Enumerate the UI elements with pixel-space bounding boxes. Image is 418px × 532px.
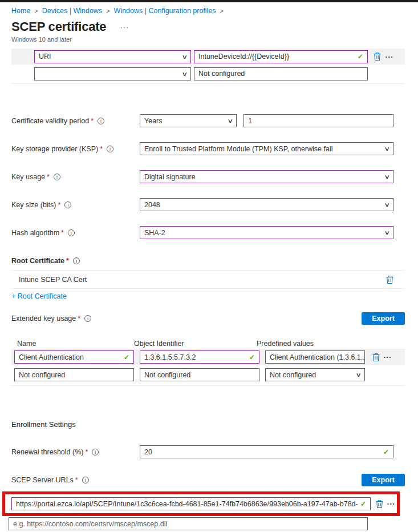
scep-server-urls-label: SCEP Server URLs*i — [11, 476, 89, 484]
certificate-validity-row: Certificate validity period*i Years ∨ — [11, 114, 405, 127]
enrollment-settings-heading: Enrollment Settings — [11, 420, 405, 429]
chevron-down-icon: ∨ — [181, 71, 188, 77]
scep-url-empty-input[interactable] — [9, 517, 368, 530]
info-icon[interactable]: i — [68, 229, 75, 236]
info-icon[interactable]: i — [82, 477, 89, 483]
root-certificate-name: Intune SCEP CA Cert — [19, 276, 87, 284]
breadcrumb-devices-windows[interactable]: Devices | Windows — [42, 7, 102, 15]
scep-url-empty-field[interactable] — [13, 520, 363, 528]
required-asterisk: * — [61, 229, 64, 237]
delete-root-certificate-icon[interactable] — [385, 275, 394, 284]
san-row-1: URI ∨ ✓ ••• — [11, 49, 405, 65]
ksp-row: Key storage provider (KSP)*i Enroll to T… — [11, 142, 405, 155]
key-usage-dropdown[interactable]: Digital signature ∨ — [140, 170, 393, 183]
info-icon[interactable]: i — [98, 118, 104, 124]
label-text: Certificate validity period — [11, 117, 89, 125]
eku-oid-field[interactable] — [144, 353, 246, 361]
required-asterisk: * — [91, 117, 94, 125]
info-icon[interactable]: i — [84, 315, 91, 322]
key-usage-value: Digital signature — [144, 173, 196, 181]
info-icon[interactable]: i — [92, 449, 99, 456]
eku-name-input[interactable]: ✓ — [14, 350, 134, 364]
validity-unit-value: Years — [144, 117, 163, 125]
label-text: Root Certificate — [11, 257, 64, 265]
key-size-value: 2048 — [144, 201, 160, 209]
eku-name-input-empty[interactable] — [14, 368, 134, 381]
page-more-menu-icon[interactable]: ··· — [120, 23, 129, 31]
renewal-threshold-input[interactable]: ✓ — [140, 445, 393, 458]
section-divider — [11, 385, 405, 386]
root-certificate-label: Root Certificate*i — [11, 257, 405, 265]
san-type-dropdown-empty[interactable]: ∨ — [34, 67, 191, 80]
delete-eku-row-icon[interactable] — [372, 353, 380, 362]
label-text: Extended key usage — [11, 315, 76, 323]
eku-row-more-icon[interactable]: ••• — [384, 354, 392, 360]
san-row-2: ∨ — [11, 66, 405, 82]
eku-export-button[interactable]: Export — [362, 312, 405, 325]
validity-number-input[interactable] — [244, 114, 393, 127]
section-divider — [11, 83, 405, 84]
valid-check-icon: ✓ — [249, 353, 255, 361]
validity-number-field[interactable] — [248, 117, 389, 125]
renewal-threshold-row: Renewal threshold (%)*i ✓ — [11, 445, 405, 458]
breadcrumb-separator: > — [106, 7, 109, 14]
breadcrumb: Home>Devices | Windows>Windows | Configu… — [11, 7, 405, 15]
label-text: Renewal threshold (%) — [11, 448, 83, 456]
hash-algorithm-label: Hash algorithm*i — [11, 229, 140, 237]
subject-alternative-name-rows: URI ∨ ✓ ••• ∨ — [11, 49, 405, 84]
hash-algorithm-dropdown[interactable]: SHA-2 ∨ — [140, 226, 393, 239]
scep-profile-page: Home>Devices | Windows>Windows | Configu… — [0, 7, 418, 532]
scep-url-input[interactable]: ✓ — [11, 497, 371, 510]
root-certificate-entry: Intune SCEP CA Cert — [11, 271, 405, 289]
san-row-more-icon[interactable]: ••• — [385, 54, 393, 59]
chevron-down-icon: ∨ — [355, 372, 362, 378]
required-asterisk: * — [66, 257, 69, 265]
eku-predefined-dropdown-empty[interactable]: Not configured ∨ — [265, 368, 365, 381]
key-size-label: Key size (bits)*i — [11, 201, 140, 209]
breadcrumb-configuration-profiles[interactable]: Windows | Configuration profiles — [114, 7, 216, 15]
label-text: SCEP Server URLs — [11, 476, 74, 484]
required-asterisk: * — [100, 145, 103, 153]
add-root-certificate-link[interactable]: + Root Certificate — [11, 292, 67, 300]
breadcrumb-home[interactable]: Home — [11, 7, 30, 15]
san-value-input[interactable]: ✓ — [194, 50, 368, 63]
san-type-value: URI — [39, 53, 51, 61]
delete-san-row-icon[interactable] — [373, 52, 382, 61]
info-icon[interactable]: i — [107, 146, 113, 152]
validity-unit-dropdown[interactable]: Years ∨ — [140, 114, 237, 127]
page-subtitle: Windows 10 and later — [11, 36, 405, 43]
eku-oid-input-empty[interactable] — [140, 368, 259, 381]
eku-name-field[interactable] — [19, 353, 121, 361]
info-icon[interactable]: i — [73, 257, 80, 264]
eku-column-oid: Object Identifier — [134, 340, 257, 348]
chevron-down-icon: ∨ — [384, 229, 390, 236]
scep-export-button[interactable]: Export — [362, 474, 405, 486]
scep-url-field[interactable] — [16, 500, 358, 508]
san-type-dropdown[interactable]: URI ∨ — [34, 50, 191, 63]
eku-name-field[interactable] — [19, 371, 129, 379]
required-asterisk: * — [58, 201, 61, 209]
key-usage-label: Key usage*i — [11, 173, 140, 181]
window-top-edge — [0, 0, 418, 2]
eku-oid-input[interactable]: ✓ — [140, 350, 259, 364]
required-asterisk: * — [85, 448, 88, 456]
info-icon[interactable]: i — [54, 174, 60, 180]
delete-scep-url-icon[interactable] — [375, 499, 384, 509]
info-icon[interactable]: i — [64, 201, 71, 208]
san-value-field[interactable] — [198, 70, 363, 78]
chevron-down-icon: ∨ — [384, 174, 390, 180]
breadcrumb-separator: > — [34, 7, 38, 14]
eku-oid-field[interactable] — [144, 371, 255, 379]
label-text: Hash algorithm — [11, 229, 59, 237]
valid-check-icon: ✓ — [383, 448, 389, 456]
renewal-threshold-field[interactable] — [144, 448, 380, 456]
eku-predefined-dropdown[interactable]: Client Authentication (1.3.6.1.... ∨ — [265, 350, 365, 364]
key-size-dropdown[interactable]: 2048 ∨ — [140, 198, 393, 211]
valid-check-icon: ✓ — [124, 353, 129, 361]
san-value-field[interactable] — [198, 53, 355, 61]
scep-url-more-icon[interactable]: ••• — [387, 501, 395, 506]
required-asterisk: * — [47, 173, 50, 181]
ksp-dropdown[interactable]: Enroll to Trusted Platform Module (TPM) … — [140, 142, 393, 155]
san-value-input-empty[interactable] — [194, 67, 368, 80]
label-text: Key storage provider (KSP) — [11, 145, 98, 153]
